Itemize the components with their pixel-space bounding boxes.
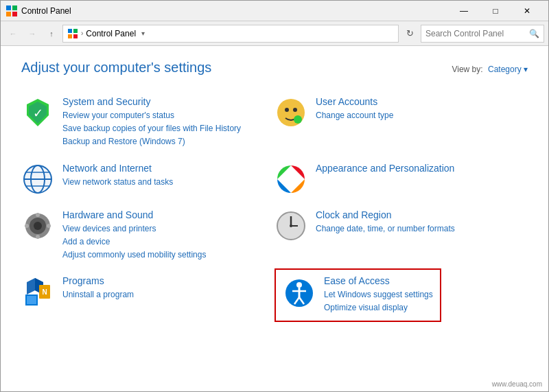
svg-point-29 (47, 224, 51, 228)
svg-rect-7 (73, 34, 78, 38)
clock-region-content: Clock and Region Change date, time, or n… (316, 209, 521, 235)
forward-button[interactable]: → (24, 25, 40, 42)
titlebar-controls: — □ ✕ (448, 1, 543, 21)
ease-of-access-highlight-box: Ease of Access Let Windows suggest setti… (274, 268, 441, 321)
network-internet-icon (21, 163, 54, 196)
svg-point-26 (36, 213, 40, 217)
svg-rect-6 (68, 34, 72, 38)
category-ease-of-access: Ease of Access Let Windows suggest setti… (274, 268, 528, 321)
up-button[interactable]: ↑ (43, 25, 60, 42)
breadcrumb-bar[interactable]: › Control Panel ▾ (62, 25, 399, 43)
programs-content: Programs Uninstall a program (62, 275, 268, 301)
svg-point-14 (294, 115, 302, 124)
programs-title[interactable]: Programs (62, 275, 268, 286)
svg-rect-4 (68, 29, 72, 33)
ease-of-access-icon (283, 277, 316, 310)
svg-rect-3 (12, 12, 17, 16)
system-security-title[interactable]: System and Security (62, 96, 268, 107)
breadcrumb-dropdown[interactable]: ▾ (141, 30, 145, 37)
category-hardware-sound: Hardware and Sound View devices and prin… (21, 203, 274, 269)
svg-point-28 (25, 224, 29, 228)
svg-point-25 (34, 222, 42, 230)
svg-rect-0 (6, 5, 11, 10)
appearance-icon (274, 163, 307, 196)
programs-icon: N (21, 275, 54, 308)
category-appearance: Appearance and Personalization (274, 156, 528, 203)
category-user-accounts: User Accounts Change account type (274, 89, 528, 156)
system-security-icon: ✓ (21, 96, 54, 129)
titlebar: Control Panel — □ ✕ (1, 1, 548, 21)
viewby-label: View by: (452, 65, 482, 74)
maximize-button[interactable]: □ (480, 1, 511, 21)
user-accounts-content: User Accounts Change account type (316, 96, 521, 122)
minimize-button[interactable]: — (448, 1, 480, 21)
hardware-sound-link-2[interactable]: Add a device (62, 235, 268, 249)
refresh-button[interactable]: ↻ (401, 25, 418, 42)
watermark: www.deuaq.com (492, 380, 542, 388)
ease-of-access-title[interactable]: Ease of Access (324, 275, 433, 286)
user-accounts-title[interactable]: User Accounts (316, 96, 521, 107)
category-programs: N Programs Uninstall a program (21, 268, 274, 321)
categories-grid: ✓ System and Security Review your comput… (21, 89, 528, 322)
svg-text:N: N (42, 288, 47, 296)
viewby-control: View by: Category ▾ (452, 65, 528, 74)
category-network-internet: Network and Internet View network status… (21, 156, 274, 203)
breadcrumb-path: Control Panel (86, 29, 136, 38)
clock-region-icon (274, 209, 307, 242)
breadcrumb-chevron: › (81, 30, 83, 37)
page-title: Adjust your computer's settings (21, 60, 211, 76)
svg-rect-2 (6, 12, 11, 16)
programs-link-1[interactable]: Uninstall a program (62, 288, 268, 301)
appearance-title[interactable]: Appearance and Personalization (316, 163, 521, 174)
titlebar-icon (6, 5, 17, 16)
addressbar: ← → ↑ › Control Panel ▾ ↻ 🔍 (1, 21, 548, 46)
svg-point-22 (285, 174, 296, 185)
svg-point-27 (36, 235, 40, 239)
system-security-content: System and Security Review your computer… (62, 96, 268, 149)
user-accounts-icon (274, 96, 307, 129)
hardware-sound-title[interactable]: Hardware and Sound (62, 209, 268, 220)
clock-region-link-1[interactable]: Change date, time, or number formats (316, 222, 521, 235)
svg-point-12 (285, 108, 289, 112)
hardware-sound-content: Hardware and Sound View devices and prin… (62, 209, 268, 262)
search-bar[interactable]: 🔍 (421, 25, 544, 43)
svg-point-41 (296, 282, 302, 288)
svg-point-13 (293, 108, 297, 112)
category-system-security: ✓ System and Security Review your comput… (21, 89, 274, 156)
user-accounts-link-1[interactable]: Change account type (316, 109, 521, 122)
ease-of-access-content: Ease of Access Let Windows suggest setti… (324, 275, 433, 314)
clock-region-title[interactable]: Clock and Region (316, 209, 521, 220)
back-button[interactable]: ← (5, 25, 21, 42)
viewby-value[interactable]: Category ▾ (488, 65, 528, 74)
hardware-sound-link-3[interactable]: Adjust commonly used mobility settings (62, 249, 268, 262)
ease-of-access-link-2[interactable]: Optimize visual display (324, 301, 433, 314)
svg-rect-1 (12, 5, 17, 10)
hardware-sound-icon (21, 209, 54, 242)
ease-of-access-link-1[interactable]: Let Windows suggest settings (324, 288, 433, 301)
cp-icon (67, 28, 78, 39)
system-security-link-2[interactable]: Save backup copies of your files with Fi… (62, 122, 268, 135)
appearance-content: Appearance and Personalization (316, 163, 521, 176)
system-security-link-3[interactable]: Backup and Restore (Windows 7) (62, 135, 268, 148)
network-internet-link-1[interactable]: View network status and tasks (62, 176, 268, 189)
hardware-sound-link-1[interactable]: View devices and printers (62, 222, 268, 235)
close-button[interactable]: ✕ (511, 1, 543, 21)
svg-text:✓: ✓ (33, 106, 43, 120)
svg-point-33 (290, 224, 292, 227)
main-content: Adjust your computer's settings View by:… (1, 46, 548, 336)
svg-rect-35 (27, 296, 36, 304)
svg-rect-5 (73, 29, 78, 33)
search-icon: 🔍 (529, 29, 539, 38)
category-clock-region: Clock and Region Change date, time, or n… (274, 203, 528, 269)
search-input[interactable] (425, 29, 529, 38)
svg-point-20 (24, 165, 51, 193)
system-security-link-1[interactable]: Review your computer's status (62, 109, 268, 122)
titlebar-title: Control Panel (21, 6, 448, 16)
network-internet-title[interactable]: Network and Internet (62, 163, 268, 174)
network-internet-content: Network and Internet View network status… (62, 163, 268, 189)
